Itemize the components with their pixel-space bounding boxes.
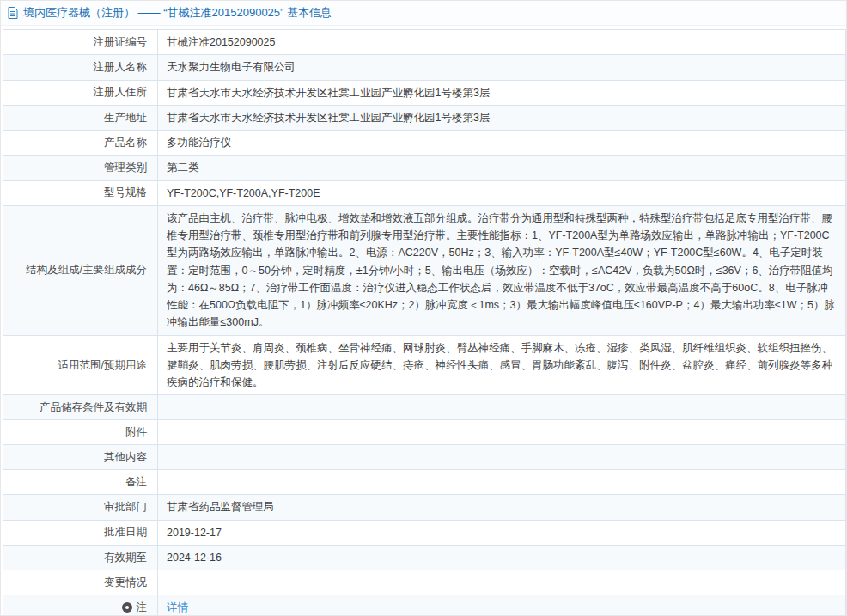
table-row: 适用范围/预期用途 主要用于关节炎、肩周炎、颈椎病、坐骨神经痛、网球肘炎、臂丛神… <box>3 335 846 395</box>
row-label: 有效期至 <box>3 545 158 570</box>
table-row: 生产地址 甘肃省天水市天水经济技术开发区社棠工业园产业孵化园1号楼第3层 <box>3 105 846 130</box>
row-value: 第二类 <box>158 156 846 180</box>
table-row: 注册人名称 天水聚力生物电子有限公司 <box>3 55 846 80</box>
row-label: 附件 <box>3 420 158 445</box>
table-row: 审批部门 甘肃省药品监督管理局 <box>3 495 846 520</box>
table-row: 注册证编号 甘械注准20152090025 <box>3 30 846 55</box>
row-label: 产品储存条件及有效期 <box>3 395 158 420</box>
row-label: 生产地址 <box>3 105 158 130</box>
note-icon <box>122 602 132 613</box>
row-label: 管理类别 <box>3 156 158 180</box>
row-value: 2024-12-16 <box>158 545 846 570</box>
row-label: 型号规格 <box>3 180 158 205</box>
table-row: 结构及组成/主要组成成分 该产品由主机、治疗带、脉冲电极、增效垫和增效液五部分组… <box>3 205 846 335</box>
row-value: 甘肃省天水市天水经济技术开发区社棠工业园产业孵化园1号楼第3层 <box>158 80 846 105</box>
row-value: 主要用于关节炎、肩周炎、颈椎病、坐骨神经痛、网球肘炎、臂丛神经痛、手脚麻木、冻疮… <box>158 335 846 395</box>
row-label: 变更情况 <box>3 570 158 595</box>
row-label: 其他内容 <box>3 445 158 470</box>
row-label: 注册证编号 <box>3 30 158 55</box>
row-value: 甘械注准20152090025 <box>158 30 846 55</box>
row-value: 甘肃省天水市天水经济技术开发区社棠工业园产业孵化园1号楼第3层 <box>158 105 846 130</box>
table-row: 产品储存条件及有效期 <box>3 395 846 420</box>
document-icon <box>8 7 18 19</box>
table-row: 变更情况 <box>3 570 846 595</box>
row-value <box>158 470 846 495</box>
row-value: 天水聚力生物电子有限公司 <box>158 55 846 80</box>
table-row: 附件 <box>3 420 846 445</box>
row-label: 注册人住所 <box>3 80 158 105</box>
table-row: 其他内容 <box>3 445 846 470</box>
info-table: 注册证编号 甘械注准20152090025 注册人名称 天水聚力生物电子有限公司… <box>3 29 846 616</box>
row-value: 详情 <box>158 595 846 616</box>
row-value <box>158 395 846 420</box>
row-label: 注册人名称 <box>3 55 158 80</box>
table-row: 有效期至 2024-12-16 <box>3 545 846 570</box>
row-label: 结构及组成/主要组成成分 <box>3 205 158 335</box>
row-value <box>158 420 846 445</box>
row-label: 批准日期 <box>3 520 158 545</box>
row-value <box>158 445 846 470</box>
page-header: 境内医疗器械（注册） —— “甘械注准20152090025” 基本信息 <box>1 1 846 26</box>
table-row: 批准日期 2019-12-17 <box>3 520 846 545</box>
row-value: 甘肃省药品监督管理局 <box>158 495 846 520</box>
note-label-text: 注 <box>137 600 148 616</box>
row-value: 2019-12-17 <box>158 520 846 545</box>
table-row: 注册人住所 甘肃省天水市天水经济技术开发区社棠工业园产业孵化园1号楼第3层 <box>3 80 846 105</box>
row-label: 产品名称 <box>3 131 158 156</box>
table-row: 管理类别 第二类 <box>3 156 846 180</box>
row-label: 备注 <box>3 470 158 495</box>
table-row: 型号规格 YF-T200C,YF-T200A,YF-T200E <box>3 180 846 205</box>
details-link[interactable]: 详情 <box>167 601 188 613</box>
table-row-note: 注 详情 <box>3 595 846 616</box>
table-row: 备注 <box>3 470 846 495</box>
row-label: 注 <box>3 595 158 616</box>
registration-info-page: 境内医疗器械（注册） —— “甘械注准20152090025” 基本信息 注册证… <box>0 0 847 616</box>
row-value: 多功能治疗仪 <box>158 131 846 156</box>
row-label: 适用范围/预期用途 <box>3 335 158 395</box>
row-value <box>158 570 846 595</box>
row-value: YF-T200C,YF-T200A,YF-T200E <box>158 180 846 205</box>
page-title: 境内医疗器械（注册） —— “甘械注准20152090025” 基本信息 <box>23 5 332 21</box>
table-row: 产品名称 多功能治疗仪 <box>3 131 846 156</box>
row-label: 审批部门 <box>3 495 158 520</box>
row-value: 该产品由主机、治疗带、脉冲电极、增效垫和增效液五部分组成。治疗带分为通用型和特殊… <box>158 205 846 335</box>
